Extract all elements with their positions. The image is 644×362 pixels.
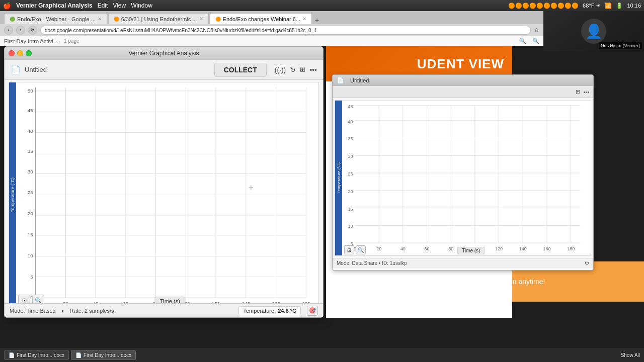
svg-text:20: 20	[28, 211, 34, 216]
battery-icon: 🔋	[616, 3, 623, 9]
tab-1[interactable]: 🟢 Endo/Exo - Webinar - Google ... ✕	[4, 13, 107, 24]
collect-button[interactable]: COLLECT	[214, 63, 267, 77]
svg-text:50: 50	[28, 88, 34, 94]
menu-edit[interactable]: Edit	[98, 2, 108, 9]
svg-text:45: 45	[28, 108, 34, 113]
bg-app-toolbar: ⊞ •••	[333, 86, 593, 98]
notification-icons: 🟠🟠🟠🟠🟠🟠🟠🟠🟠🟠	[508, 3, 579, 9]
window-titlebar: Vernier Graphical Analysis	[5, 47, 323, 60]
maximize-window-button[interactable]	[26, 50, 32, 56]
bg-zoom-in[interactable]: 🔍	[356, 245, 366, 254]
slides-page-count: 1 page	[64, 38, 79, 44]
minimize-window-button[interactable]	[17, 50, 23, 56]
svg-text:5: 5	[30, 274, 33, 280]
svg-text:40: 40	[400, 246, 406, 251]
vernier-main-window: Vernier Graphical Analysis 📄 Untitled CO…	[4, 46, 324, 318]
bottom-taskbar: 📄 First Day Intro....docx 📄 First Day In…	[0, 348, 644, 362]
graph-svg: 0 5 10 15 20 25 30 35 40 45 50 0 20 40 6…	[16, 82, 326, 308]
slides-zoom: 🔍	[532, 38, 539, 44]
bg-x-axis-label[interactable]: Time (s)	[457, 247, 485, 254]
tab-2-close[interactable]: ✕	[199, 16, 203, 22]
bg-scale-fit[interactable]: ⊡	[344, 245, 354, 254]
more-options-button[interactable]: •••	[309, 66, 317, 74]
traffic-lights	[9, 50, 32, 56]
close-window-button[interactable]	[9, 50, 15, 56]
app-toolbar: 📄 Untitled COLLECT ((·)) ↻ ⊞ •••	[5, 60, 323, 80]
presenter-avatar: 👤	[581, 19, 606, 44]
svg-text:+: +	[249, 183, 253, 192]
refresh-icon-button[interactable]: ↻	[290, 66, 296, 74]
tab-1-label: Endo/Exo - Webinar - Google ...	[17, 16, 96, 22]
reload-button[interactable]: ↻	[28, 26, 37, 35]
file-document-icon: 📄	[11, 65, 21, 74]
bg-y-axis-text: Temperature (°C)	[337, 162, 341, 193]
svg-text:120: 120	[495, 246, 503, 251]
mac-status-right: 🟠🟠🟠🟠🟠🟠🟠🟠🟠🟠 68°F ☀ 📶 🔋 10:16	[508, 3, 641, 9]
graph-area: Temperature (°C)	[9, 82, 319, 308]
presenter-video: 👤 Nus Hisim (Vernier)	[543, 11, 644, 51]
bg-y-axis-bar[interactable]: Temperature (°C)	[335, 101, 342, 255]
mac-status-bar: 🍎 Vernier Graphical Analysis Edit View W…	[0, 0, 644, 11]
taskbar-item-1-label: First Day Intro....docx	[17, 352, 64, 358]
y-axis-bar[interactable]: Temperature (°C)	[9, 82, 16, 308]
app-name: Vernier Graphical Analysis	[16, 2, 93, 9]
svg-text:10: 10	[348, 224, 353, 229]
address-input[interactable]: docs.google.com/presentation/d/1eEsNLssr…	[40, 26, 531, 35]
svg-text:25: 25	[28, 190, 34, 195]
svg-text:140: 140	[519, 246, 527, 251]
address-bar-area: ‹ › ↻ docs.google.com/presentation/d/1eE…	[0, 24, 543, 36]
svg-text:80: 80	[448, 246, 453, 251]
temp-settings-button[interactable]: 🎯	[307, 306, 318, 316]
app-status-bar: Mode: Time Based • Rate: 2 samples/s Tem…	[5, 303, 323, 317]
temperature-status: 68°F ☀	[583, 3, 601, 9]
presenter-name: Nus Hisim (Vernier)	[599, 42, 642, 49]
y-axis-text: Temperature (°C)	[10, 177, 15, 212]
slides-toolbar: First Day Intro Activi... 1 page 🔍 🔍	[0, 36, 543, 46]
menu-view[interactable]: View	[113, 2, 126, 9]
bg-more-button[interactable]: •••	[583, 89, 589, 95]
taskbar-docx-icon-1: 📄	[9, 352, 15, 358]
address-text: docs.google.com/presentation/d/1eEsNLssr…	[45, 28, 317, 33]
taskbar-item-2[interactable]: 📄 First Day Intro....docx	[71, 350, 136, 360]
apple-icon[interactable]: 🍎	[3, 2, 11, 10]
svg-text:40: 40	[28, 128, 34, 134]
svg-text:15: 15	[348, 207, 353, 212]
rate-separator: •	[62, 308, 64, 314]
new-tab-button[interactable]: +	[315, 16, 319, 24]
temperature-display: Temperature: 24.6 °C	[238, 306, 301, 315]
bg-settings-icon[interactable]: ⚙	[585, 260, 589, 266]
bg-graph-area: Temperature (°C) 5 10 15	[335, 100, 591, 256]
bg-scale-buttons: ⊡ 🔍	[344, 245, 366, 254]
svg-text:180: 180	[567, 246, 575, 251]
temp-value: 24.6 °C	[278, 308, 296, 314]
tab-3-close[interactable]: ✕	[302, 16, 306, 22]
browser-tab-bar: 🟢 Endo/Exo - Webinar - Google ... ✕ 🟠 6/…	[0, 11, 543, 24]
show-all-button[interactable]: Show All	[621, 352, 640, 358]
taskbar-item-1[interactable]: 📄 First Day Intro....docx	[4, 350, 69, 360]
tab-2[interactable]: 🟠 6/30/21 | Using Endothermic ... ✕	[108, 13, 209, 24]
window-title-text: Vernier Graphical Analysis	[128, 50, 199, 57]
tab-1-close[interactable]: ✕	[98, 16, 102, 22]
rate-label: Rate: 2 samples/s	[70, 308, 114, 314]
tab-2-label: 6/30/21 | Using Endothermic ...	[121, 16, 197, 22]
slides-tab-label: First Day Intro Activi...	[4, 38, 58, 44]
menu-window[interactable]: Window	[131, 2, 152, 9]
temp-label: Temperature:	[243, 308, 276, 314]
mac-menu-left: 🍎 Vernier Graphical Analysis Edit View W…	[3, 2, 152, 10]
tab-3[interactable]: 🟠 Endo/Exo changes Webinar 6... ✕	[210, 13, 312, 24]
filename-label: Untitled	[25, 66, 47, 73]
zoom-icon[interactable]: 🔍	[519, 38, 526, 44]
bg-window-filename: Untitled	[350, 77, 369, 83]
svg-text:30: 30	[348, 154, 353, 159]
bg-mode-label: Mode: Data Share • ID: 1usslkp	[337, 260, 407, 266]
grid-view-button[interactable]: ⊞	[300, 66, 305, 73]
wireless-icon-button[interactable]: ((·))	[275, 66, 286, 74]
bookmark-icon[interactable]: ☆	[534, 27, 539, 34]
forward-button[interactable]: ›	[16, 26, 25, 35]
bg-graph-svg: 5 10 15 20 25 30 35 40 45 50 0 20 40 60 …	[342, 101, 598, 255]
svg-text:45: 45	[348, 104, 353, 109]
svg-text:60: 60	[425, 246, 430, 251]
bg-grid-button[interactable]: ⊞	[576, 88, 580, 95]
back-button[interactable]: ‹	[4, 26, 13, 35]
tab-3-label: Endo/Exo changes Webinar 6...	[223, 16, 301, 22]
